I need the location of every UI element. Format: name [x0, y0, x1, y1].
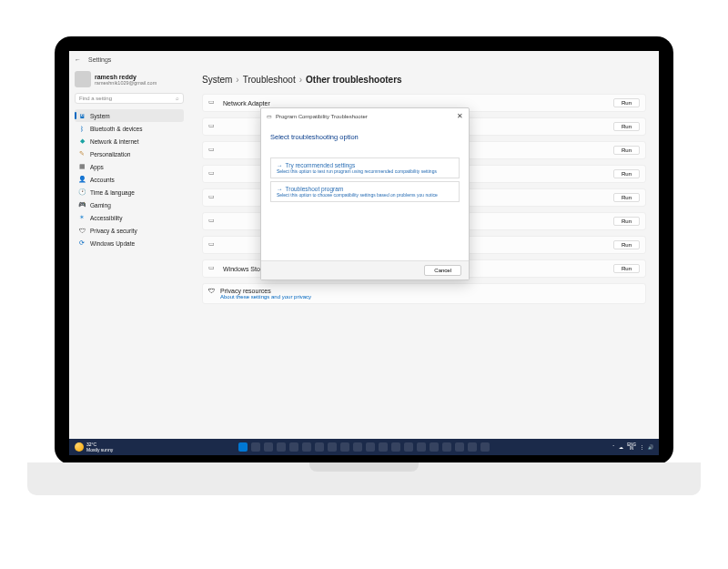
privacy-link[interactable]: About these settings and your privacy — [220, 294, 311, 300]
breadcrumb: System › Troubleshoot › Other troublesho… — [202, 75, 646, 85]
breadcrumb-system[interactable]: System — [202, 75, 232, 85]
language-indicator[interactable]: ENG IN — [627, 443, 636, 452]
sidebar-item-personalization[interactable]: ✎Personalization — [75, 147, 184, 160]
close-button[interactable]: ✕ — [457, 112, 463, 120]
sidebar-item-accounts[interactable]: 👤Accounts — [75, 173, 184, 186]
dialog-heading: Select troubleshooting option — [270, 133, 460, 141]
task-view-icon[interactable] — [264, 442, 273, 452]
app-icon[interactable] — [302, 442, 311, 452]
nav-icon: ✎ — [78, 150, 86, 157]
back-button[interactable]: ← — [75, 56, 81, 63]
nav-icon: ◆ — [78, 137, 86, 145]
run-button[interactable]: Run — [613, 169, 640, 178]
run-button[interactable]: Run — [613, 146, 640, 155]
nav-list: 🖥SystemᛒBluetooth & devices◆Network & in… — [75, 109, 184, 249]
avatar — [75, 71, 91, 87]
nav-icon: ✶ — [78, 214, 86, 221]
run-button[interactable]: Run — [613, 217, 640, 226]
breadcrumb-troubleshoot[interactable]: Troubleshoot — [243, 75, 296, 85]
weather-icon — [75, 442, 84, 452]
sidebar-item-gaming[interactable]: 🎮Gaming — [75, 198, 184, 211]
sidebar-item-time-language[interactable]: 🕑Time & language — [75, 186, 184, 198]
search-taskbar-icon[interactable] — [251, 442, 260, 452]
app-icon[interactable] — [391, 442, 400, 452]
sidebar: ramesh reddy rameshnik1029@gmail.com Fin… — [69, 67, 189, 439]
sidebar-item-apps[interactable]: ▦Apps — [75, 160, 184, 173]
app-icon[interactable] — [379, 442, 388, 452]
option-title: Try recommended settings — [286, 162, 356, 168]
tray-chevron-icon[interactable]: ˄ — [612, 444, 615, 450]
app-icon[interactable] — [353, 442, 362, 452]
nav-icon: ⟳ — [78, 239, 86, 247]
app-icon[interactable] — [417, 442, 426, 452]
troubleshooter-icon: ▭ — [208, 264, 217, 273]
breadcrumb-current: Other troubleshooters — [306, 75, 402, 85]
app-icon[interactable] — [455, 442, 464, 452]
app-icon[interactable] — [328, 442, 337, 452]
app-icon[interactable] — [315, 442, 324, 452]
arrow-icon: → — [277, 186, 283, 192]
app-icon[interactable] — [289, 442, 298, 452]
sidebar-item-windows-update[interactable]: ⟳Windows Update — [75, 237, 184, 249]
window-titlebar: ← Settings — [69, 51, 659, 67]
chevron-icon: › — [299, 75, 302, 85]
nav-label: Network & internet — [90, 138, 138, 145]
nav-label: Gaming — [90, 202, 111, 208]
run-button[interactable]: Run — [613, 240, 640, 249]
dialog-header: ▭ Program Compatibility Troubleshooter ✕ — [261, 108, 469, 124]
app-icon[interactable] — [468, 442, 477, 452]
run-button[interactable]: Run — [613, 193, 640, 202]
nav-label: Personalization — [90, 151, 130, 157]
nav-label: System — [90, 113, 110, 119]
window-icon: ▭ — [267, 113, 272, 119]
sidebar-item-network-internet[interactable]: ◆Network & internet — [75, 135, 184, 147]
troubleshooter-label: Network Adapter — [223, 100, 270, 107]
nav-icon: 🎮 — [78, 201, 86, 208]
nav-label: Time & language — [90, 189, 135, 196]
sidebar-item-privacy-security[interactable]: 🛡Privacy & security — [75, 224, 184, 237]
explorer-icon[interactable] — [277, 442, 286, 452]
nav-icon: 🕑 — [78, 188, 86, 196]
privacy-row: 🛡 Privacy resources About these settings… — [202, 283, 646, 304]
onedrive-icon[interactable]: ☁ — [619, 444, 623, 450]
run-button[interactable]: Run — [613, 98, 640, 107]
laptop-notch — [309, 462, 419, 472]
wifi-icon[interactable]: ⋮ — [640, 444, 644, 450]
search-input[interactable]: Find a setting ⌕ — [75, 93, 184, 104]
start-button[interactable] — [238, 442, 248, 452]
cancel-button[interactable]: Cancel — [424, 265, 461, 276]
option-recommended[interactable]: →Try recommended settings Select this op… — [270, 157, 460, 178]
troubleshooter-icon: ▭ — [208, 122, 217, 131]
nav-label: Privacy & security — [90, 228, 137, 234]
taskbar-left[interactable]: 32°C Mostly sunny — [75, 442, 113, 452]
nav-icon: 🖥 — [78, 112, 86, 119]
arrow-icon: → — [277, 162, 283, 168]
app-icon[interactable] — [442, 442, 451, 452]
app-icon[interactable] — [480, 442, 490, 452]
volume-icon[interactable]: 🔊 — [648, 444, 653, 450]
option-troubleshoot[interactable]: →Troubleshoot program Select this option… — [270, 181, 460, 202]
nav-icon: ▦ — [78, 163, 86, 170]
search-placeholder: Find a setting — [79, 96, 112, 101]
nav-icon: 🛡 — [78, 227, 86, 234]
app-icon[interactable] — [366, 442, 375, 452]
troubleshooter-icon: ▭ — [208, 169, 217, 178]
nav-label: Apps — [90, 164, 104, 170]
taskbar-right[interactable]: ˄ ☁ ENG IN ⋮ 🔊 — [612, 443, 653, 452]
sidebar-item-system[interactable]: 🖥System — [75, 109, 184, 122]
shield-icon: 🛡 — [208, 288, 215, 294]
dialog-body: Select troubleshooting option →Try recom… — [261, 124, 469, 260]
sidebar-item-bluetooth-devices[interactable]: ᛒBluetooth & devices — [75, 122, 184, 135]
sidebar-item-accessibility[interactable]: ✶Accessibility — [75, 211, 184, 224]
app-icon[interactable] — [340, 442, 349, 452]
user-block[interactable]: ramesh reddy rameshnik1029@gmail.com — [75, 71, 184, 87]
troubleshooter-icon: ▭ — [208, 240, 217, 249]
run-button[interactable]: Run — [613, 122, 640, 131]
app-icon[interactable] — [430, 442, 439, 452]
nav-icon: ᛒ — [78, 125, 86, 132]
app-icon[interactable] — [404, 442, 413, 452]
nav-label: Accounts — [90, 177, 115, 183]
option-desc: Select this option to test run program u… — [277, 168, 453, 174]
run-button[interactable]: Run — [613, 264, 640, 273]
nav-label: Accessibility — [90, 215, 122, 221]
